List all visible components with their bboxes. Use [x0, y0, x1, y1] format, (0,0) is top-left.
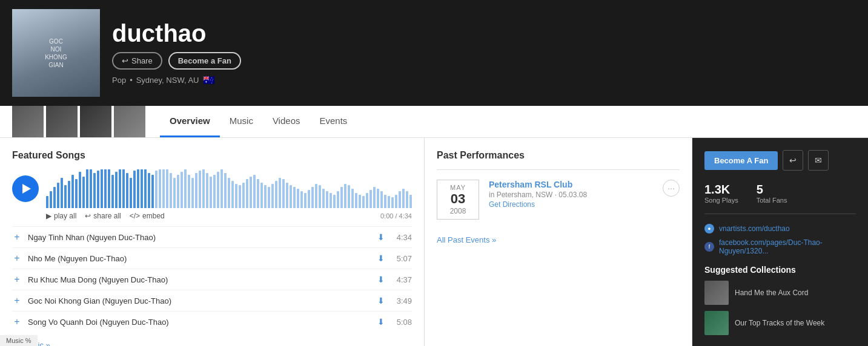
play-all-link[interactable]: ▶ play all — [46, 212, 76, 220]
share-all-link[interactable]: ↩ share all — [85, 212, 121, 220]
perf-year: 2008 — [443, 207, 472, 215]
song-duration-1: 4:34 — [391, 233, 412, 242]
song-download-2[interactable]: ⬇ — [377, 253, 385, 263]
get-directions-link[interactable]: Get Directions — [489, 200, 535, 209]
all-past-events-link[interactable]: All Past Events » — [437, 235, 680, 244]
song-download-3[interactable]: ⬇ — [377, 275, 385, 284]
left-panel: Featured Songs ▶ play all ↩ share all </… — [0, 138, 425, 346]
right-top-buttons: Become A Fan ↩ ✉ — [704, 150, 856, 171]
song-add-btn-2[interactable]: + — [12, 253, 22, 264]
perf-day: 03 — [443, 191, 472, 207]
cover-text: GOC NOI KHONG GIAN — [45, 38, 67, 69]
song-duration-5: 5:08 — [391, 318, 412, 327]
song-add-btn-3[interactable]: + — [12, 274, 22, 285]
all-music-link[interactable]: All Music » — [12, 341, 412, 346]
song-download-1[interactable]: ⬇ — [377, 232, 385, 242]
thumb-4[interactable] — [114, 106, 145, 137]
song-row: + Ru Khuc Mua Dong (Nguyen Duc-Thao) ⬇ 4… — [12, 269, 412, 290]
suggested-label-1[interactable]: Hand Me the Aux Cord — [735, 289, 808, 297]
song-plays-label: Song Plays — [704, 197, 738, 204]
play-button[interactable] — [12, 175, 39, 202]
share-icon: ↩ — [122, 56, 128, 65]
song-duration-4: 3:49 — [391, 296, 412, 305]
tab-overview[interactable]: Overview — [160, 106, 220, 137]
music-percent-label: Music % — [6, 337, 31, 344]
song-add-btn-1[interactable]: + — [12, 232, 22, 243]
header: GOC NOI KHONG GIAN ducthao ↩ Share Becom… — [0, 0, 868, 106]
website-url: vnartists.com/ducthao — [719, 224, 790, 233]
suggested-thumb-2 — [704, 311, 729, 335]
embed-icon: </> — [130, 212, 140, 220]
perf-venue-link[interactable]: Petersham RSL Club — [489, 180, 572, 189]
artist-cover: GOC NOI KHONG GIAN — [12, 9, 100, 97]
facebook-url: facebook.com/pages/Duc-Thao-Nguyen/1320.… — [719, 238, 856, 255]
player-controls: ▶ play all ↩ share all </> embed 0:00 / … — [12, 212, 412, 220]
flag-icon: 🇦🇺 — [203, 74, 215, 86]
suggested-thumb-1 — [704, 281, 729, 305]
song-title-5: Song Vo Quanh Doi (Nguyen Duc-Thao) — [28, 318, 371, 327]
right-panel: Become A Fan ↩ ✉ 1.3K Song Plays 5 Total… — [692, 138, 868, 346]
globe-icon: ● — [704, 224, 714, 233]
share-button[interactable]: ↩ Share — [112, 52, 162, 70]
share-all-icon: ↩ — [85, 212, 91, 220]
song-title-3: Ru Khuc Mua Dong (Nguyen Duc-Thao) — [28, 275, 371, 284]
performance-row: MAY 03 2008 Petersham RSL Club in Peters… — [437, 180, 680, 229]
main-content: Featured Songs ▶ play all ↩ share all </… — [0, 138, 868, 346]
mail-icon: ✉ — [815, 155, 822, 165]
become-fan-sidebar-button[interactable]: Become A Fan — [704, 151, 778, 170]
facebook-link-row[interactable]: f facebook.com/pages/Duc-Thao-Nguyen/132… — [704, 238, 856, 255]
total-fans-label: Total Fans — [757, 197, 787, 204]
performance-details: Petersham RSL Club in Petersham, NSW · 0… — [489, 180, 653, 209]
thumb-1[interactable] — [12, 106, 44, 137]
song-add-btn-4[interactable]: + — [12, 295, 22, 306]
stats-row: 1.3K Song Plays 5 Total Fans — [704, 183, 856, 214]
performance-date-box: MAY 03 2008 — [437, 180, 479, 220]
section-divider — [437, 169, 680, 170]
song-plays-stat: 1.3K Song Plays — [704, 183, 738, 204]
thumb-3[interactable] — [80, 106, 111, 137]
thumb-nav-row: Overview Music Videos Events — [0, 106, 868, 138]
embed-link[interactable]: </> embed — [130, 212, 165, 220]
thumb-2[interactable] — [46, 106, 78, 137]
song-download-5[interactable]: ⬇ — [377, 317, 385, 327]
song-download-4[interactable]: ⬇ — [377, 296, 385, 305]
tab-music[interactable]: Music — [220, 106, 263, 137]
time-display: 0:00 / 4:34 — [380, 212, 412, 220]
song-add-btn-5[interactable]: + — [12, 316, 22, 327]
facebook-icon: f — [704, 242, 714, 252]
play-all-icon: ▶ — [46, 212, 51, 220]
suggested-label-2[interactable]: Our Top Tracks of the Week — [735, 319, 824, 327]
song-duration-3: 4:37 — [391, 275, 412, 284]
artist-buttons: ↩ Share Become a Fan — [112, 52, 241, 70]
suggested-item-2: Our Top Tracks of the Week — [704, 311, 856, 335]
song-title-4: Goc Noi Khong Gian (Nguyen Duc-Thao) — [28, 296, 371, 305]
song-title-1: Ngay Tinh Nhan (Nguyen Duc-Thao) — [28, 233, 371, 242]
tab-events[interactable]: Events — [310, 106, 357, 137]
total-fans-stat: 5 Total Fans — [757, 183, 787, 204]
perf-more-button[interactable]: ··· — [663, 180, 680, 197]
artist-meta: Pop • Sydney, NSW, AU 🇦🇺 — [112, 74, 241, 86]
center-panel: Past Performances MAY 03 2008 Petersham … — [425, 138, 692, 346]
song-list: + Ngay Tinh Nhan (Nguyen Duc-Thao) ⬇ 4:3… — [12, 226, 412, 332]
artist-name: ducthao — [112, 20, 241, 47]
song-title-2: Nho Me (Nguyen Duc-Thao) — [28, 254, 371, 263]
nav-tabs: Overview Music Videos Events — [160, 106, 856, 137]
song-row: + Nho Me (Nguyen Duc-Thao) ⬇ 5:07 — [12, 247, 412, 269]
song-plays-value: 1.3K — [704, 183, 738, 197]
become-fan-header-button[interactable]: Become a Fan — [168, 52, 241, 70]
website-link-row[interactable]: ● vnartists.com/ducthao — [704, 224, 856, 233]
artist-info: ducthao ↩ Share Become a Fan Pop • Sydne… — [112, 20, 241, 86]
share-icon-button[interactable]: ↩ — [783, 150, 803, 171]
tab-videos[interactable]: Videos — [263, 106, 310, 137]
mail-icon-button[interactable]: ✉ — [808, 150, 829, 171]
waveform[interactable] — [46, 169, 412, 208]
status-bar: Music % — [0, 335, 38, 346]
share-icon-sidebar: ↩ — [789, 155, 797, 165]
song-row: + Goc Noi Khong Gian (Nguyen Duc-Thao) ⬇… — [12, 290, 412, 311]
perf-location: in Petersham, NSW · 05.03.08 — [489, 191, 653, 199]
song-row: + Song Vo Quanh Doi (Nguyen Duc-Thao) ⬇ … — [12, 311, 412, 332]
featured-songs-title: Featured Songs — [12, 150, 412, 161]
song-duration-2: 5:07 — [391, 254, 412, 263]
suggested-item-1: Hand Me the Aux Cord — [704, 281, 856, 305]
suggested-collections-title: Suggested Collections — [704, 265, 856, 275]
